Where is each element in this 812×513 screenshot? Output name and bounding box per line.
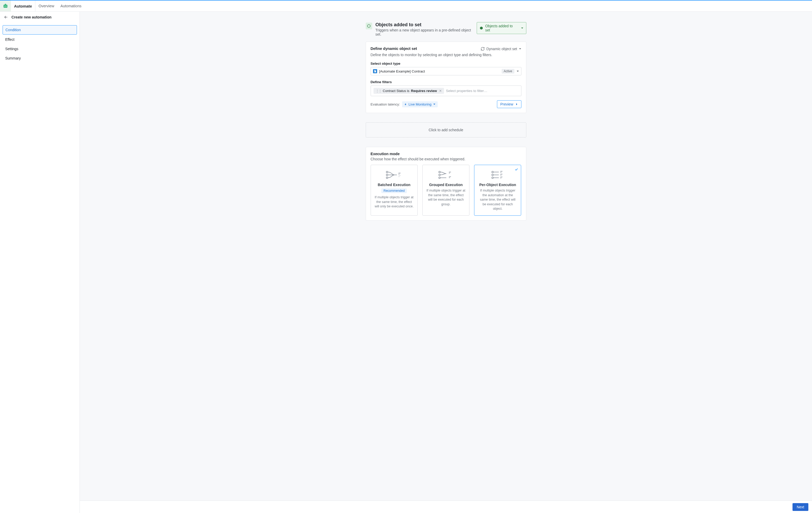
filter-chip[interactable]: ⋮⋮ Contract Status is Requires review ✕ — [374, 88, 444, 94]
app-logo-icon[interactable] — [0, 1, 11, 11]
refresh-icon — [481, 47, 485, 51]
svg-point-11 — [492, 174, 493, 176]
svg-point-5 — [386, 174, 388, 176]
object-type-value: [Automate Example] Contract — [379, 69, 499, 73]
exec-sub: Choose how the effect should be executed… — [371, 157, 521, 161]
preview-button[interactable]: Preview — [497, 100, 521, 108]
exec-heading: Execution mode — [371, 152, 521, 156]
set-mode-label: Dynamic object set — [486, 47, 517, 51]
main: Objects added to set Triggers when a new… — [80, 12, 812, 513]
svg-point-6 — [386, 177, 388, 179]
define-set-heading: Define dynamic object set — [371, 47, 417, 51]
exec-option-title: Grouped Execution — [426, 183, 466, 187]
cube-icon — [480, 26, 483, 30]
document-icon — [373, 69, 377, 73]
svg-rect-1 — [5, 4, 6, 5]
trigger-subtitle: Triggers when a new object appears in a … — [375, 28, 477, 36]
sidebar: Create new automation Condition Effect S… — [0, 12, 80, 513]
recommended-badge: Recommended — [381, 188, 407, 193]
set-mode-dropdown[interactable]: Dynamic object set — [481, 47, 521, 51]
trigger-type-label: Objects added to set — [485, 24, 518, 32]
svg-rect-0 — [4, 5, 7, 8]
preview-label: Preview — [500, 102, 513, 106]
svg-point-4 — [386, 171, 388, 173]
object-type-select[interactable]: [Automate Example] Contract Active — [371, 67, 521, 76]
caret-right-icon — [516, 103, 518, 105]
remove-filter-icon[interactable]: ✕ — [439, 89, 442, 93]
exec-option-grouped[interactable]: Grouped Execution If multiple objects tr… — [423, 165, 469, 216]
sidebar-title: Create new automation — [11, 15, 52, 19]
select-object-type-label: Select object type — [371, 62, 521, 65]
exec-option-desc: If multiple objects trigger at the same … — [375, 195, 414, 209]
trigger-type-dropdown[interactable]: Objects added to set — [477, 22, 526, 34]
exec-option-batched[interactable]: Batched Execution Recommended If multipl… — [371, 165, 418, 216]
step-effect[interactable]: Effect — [3, 35, 77, 44]
define-filters-label: Define filters — [371, 80, 521, 84]
batched-icon — [375, 170, 414, 180]
cube-icon — [366, 23, 373, 29]
step-summary[interactable]: Summary — [3, 54, 77, 63]
execution-mode-card: Execution mode Choose how the effect sho… — [366, 147, 526, 221]
step-condition[interactable]: Condition — [3, 25, 77, 35]
svg-point-8 — [439, 174, 440, 176]
next-button[interactable]: Next — [792, 503, 808, 511]
trigger-header: Objects added to set Triggers when a new… — [366, 22, 477, 36]
footer: Next — [80, 501, 812, 513]
exec-option-per-object[interactable]: Per-Object Execution If multiple objects… — [474, 165, 521, 216]
svg-point-7 — [439, 171, 440, 173]
eval-latency-label: Evaluation latency: — [371, 102, 400, 106]
topbar: Automate Overview Automations — [0, 0, 812, 12]
grouped-icon — [426, 170, 466, 180]
check-icon — [515, 168, 518, 172]
svg-point-12 — [492, 177, 493, 179]
nav-overview[interactable]: Overview — [35, 4, 57, 8]
caret-down-icon — [521, 26, 523, 30]
step-list: Condition Effect Settings Summary — [0, 23, 80, 65]
live-monitoring-label: Live Monitoring — [409, 102, 432, 106]
step-settings[interactable]: Settings — [3, 44, 77, 53]
define-set-sub: Define the objects to monitor by selecti… — [371, 53, 521, 57]
exec-option-title: Per-Object Execution — [478, 183, 517, 187]
trigger-title: Objects added to set — [375, 22, 477, 28]
svg-point-2 — [4, 6, 5, 7]
object-type-status: Active — [502, 69, 514, 73]
live-monitoring-dropdown[interactable]: Live Monitoring — [402, 101, 438, 107]
nav-automations[interactable]: Automations — [57, 4, 85, 8]
caret-down-icon — [433, 102, 436, 106]
exec-option-desc: If multiple objects trigger at the same … — [426, 188, 466, 207]
back-arrow-icon[interactable] — [4, 15, 8, 20]
caret-down-icon — [519, 47, 521, 51]
svg-point-10 — [492, 171, 493, 173]
svg-point-3 — [6, 6, 6, 7]
filter-search-input[interactable] — [446, 89, 519, 93]
per-object-icon — [478, 170, 517, 180]
exec-option-desc: If multiple objects trigger the automati… — [478, 188, 517, 211]
define-set-card: Define dynamic object set Dynamic object… — [366, 41, 526, 113]
exec-option-title: Batched Execution — [375, 183, 414, 187]
drag-handle-icon[interactable]: ⋮⋮ — [376, 89, 381, 93]
caret-down-icon — [517, 69, 519, 73]
lightning-icon — [404, 103, 407, 106]
add-schedule-button[interactable]: Click to add schedule — [366, 122, 526, 138]
filter-chip-prop: Contract Status is — [383, 89, 410, 93]
brand-label[interactable]: Automate — [11, 1, 35, 11]
filter-input-box[interactable]: ⋮⋮ Contract Status is Requires review ✕ — [371, 86, 521, 96]
filter-chip-value: Requires review — [411, 89, 437, 93]
svg-point-9 — [439, 177, 440, 179]
add-schedule-label: Click to add schedule — [429, 128, 463, 132]
